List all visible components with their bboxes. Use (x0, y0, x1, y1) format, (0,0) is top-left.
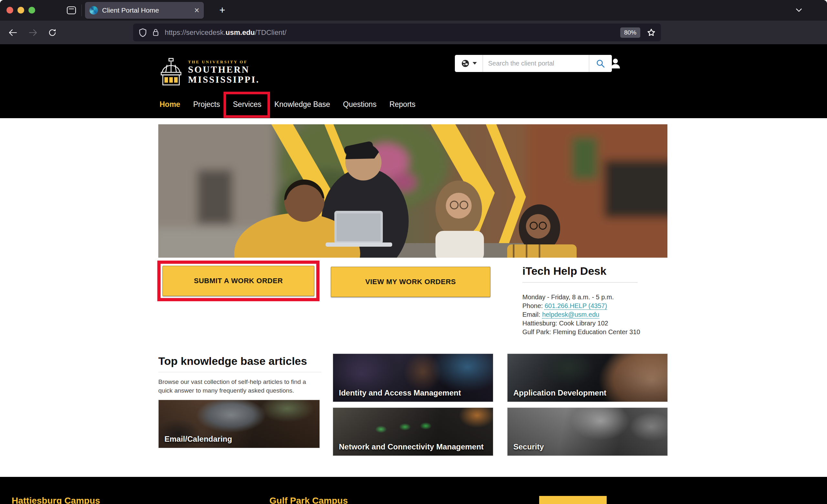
traffic-lights (6, 7, 35, 13)
help-desk-divider (522, 282, 638, 283)
kb-card-label: Application Development (513, 389, 606, 397)
search-icon (596, 59, 605, 68)
window-zoom-button[interactable] (29, 7, 35, 13)
nav-item-questions[interactable]: Questions (342, 99, 377, 110)
submit-work-order-button[interactable]: SUBMIT A WORK ORDER (162, 266, 314, 296)
nav-item-knowledge-base[interactable]: Knowledge Base (274, 99, 331, 110)
footer-gulf-park-campus: Gulf Park Campus (270, 496, 348, 504)
location-gulf-park: Gulf Park: Fleming Education Center 310 (522, 328, 651, 337)
globe-icon (461, 59, 470, 68)
tab-close-icon[interactable]: × (194, 6, 199, 15)
kb-card-label: Email/Calendaring (164, 435, 232, 444)
knowledge-base-section: Top knowledge base articles Browse our v… (158, 355, 322, 395)
kb-card-security[interactable]: Security (507, 407, 668, 456)
tracking-shield-icon[interactable] (136, 26, 149, 39)
email-label: Email: (522, 311, 542, 318)
kb-blurb: Browse our vast collection of self-help … (158, 377, 322, 395)
nav-item-projects[interactable]: Projects (193, 99, 221, 110)
kb-card-label: Security (513, 442, 544, 451)
help-desk-panel: iTech Help Desk Monday - Friday, 8 a.m. … (522, 265, 651, 337)
url-domain: usm.edu (226, 29, 254, 37)
nav-item-home[interactable]: Home (159, 99, 181, 110)
browser-window: Client Portal Home × + https://servicede… (0, 0, 827, 504)
annotation-box-submit: SUBMIT A WORK ORDER (157, 260, 320, 301)
nav-item-services[interactable]: Services (232, 99, 262, 110)
search-button[interactable] (589, 55, 612, 72)
url-bar[interactable]: https://servicedesk.usm.edu/TDClient/ 80… (133, 23, 661, 41)
back-button[interactable] (6, 26, 20, 40)
kb-card-network-connectivity[interactable]: Network and Connectivity Management (333, 407, 493, 456)
url-text: https://servicedesk.usm.edu/TDClient/ (165, 29, 620, 37)
location-hattiesburg: Hattiesburg: Cook Library 102 (522, 319, 651, 328)
usm-dome-icon (159, 58, 184, 86)
search-input[interactable] (483, 55, 589, 72)
list-all-tabs-chevron-icon[interactable] (793, 5, 805, 15)
portal-main-nav: Home Projects Services Knowledge Base Qu… (159, 97, 416, 112)
tab-title: Client Portal Home (102, 6, 192, 14)
window-close-button[interactable] (6, 7, 13, 13)
url-scheme-host: https://servicedesk. (165, 29, 226, 37)
window-minimize-button[interactable] (17, 7, 24, 13)
tab-strip: Client Portal Home × + (0, 0, 827, 21)
logo-line-2: SOUTHERN (188, 64, 260, 74)
hero-image (158, 124, 668, 258)
user-account-button[interactable] (609, 57, 622, 69)
portal-page: THE UNIVERSITY OF SOUTHERN MISSISSIPPI. (0, 44, 827, 504)
tabstrip-divider (82, 4, 82, 16)
phone-link[interactable]: 601.266.HELP (4357) (545, 302, 607, 309)
kb-divider (158, 372, 322, 372)
logo-line-3: MISSISSIPPI. (188, 74, 260, 85)
person-icon (609, 57, 622, 69)
url-path: /TDClient/ (255, 29, 287, 37)
footer-hattiesburg-campus: Hattiesburg Campus (12, 496, 100, 504)
kb-card-label: Identity and Access Management (339, 389, 461, 397)
kb-card-email-calendaring[interactable]: Email/Calendaring (158, 400, 320, 448)
view-work-orders-button[interactable]: VIEW MY WORK ORDERS (331, 267, 490, 297)
portal-footer (0, 477, 827, 504)
nav-item-services-label: Services (233, 100, 261, 108)
reload-button[interactable] (45, 26, 59, 40)
tab-client-portal-home[interactable]: Client Portal Home × (85, 2, 204, 19)
logo-line-1: THE UNIVERSITY OF (188, 59, 260, 64)
help-desk-hours: Monday - Friday, 8 a.m. - 5 p.m. (522, 293, 651, 302)
usm-logo-text: THE UNIVERSITY OF SOUTHERN MISSISSIPPI. (188, 59, 260, 85)
usm-logo[interactable]: THE UNIVERSITY OF SOUTHERN MISSISSIPPI. (159, 58, 260, 86)
help-desk-title: iTech Help Desk (522, 265, 651, 278)
forward-button[interactable] (26, 26, 40, 40)
kb-card-application-development[interactable]: Application Development (507, 354, 668, 402)
zoom-level-badge[interactable]: 80% (620, 28, 640, 38)
portal-search-group (455, 55, 612, 72)
kb-title: Top knowledge base articles (158, 355, 322, 367)
kb-card-label: Network and Connectivity Management (339, 442, 484, 451)
browser-toolbar: https://servicedesk.usm.edu/TDClient/ 80… (0, 21, 827, 44)
email-link[interactable]: helpdesk@usm.edu (542, 311, 599, 318)
firefox-view-icon[interactable] (65, 5, 77, 16)
chevron-down-icon (473, 62, 477, 65)
bookmark-star-icon[interactable] (645, 26, 658, 39)
new-tab-button[interactable]: + (216, 4, 229, 17)
footer-gold-button[interactable] (539, 496, 607, 504)
lock-icon[interactable] (149, 26, 162, 39)
nav-item-reports[interactable]: Reports (389, 99, 416, 110)
phone-label: Phone: (522, 302, 545, 309)
kb-card-identity-access-management[interactable]: Identity and Access Management (333, 354, 493, 402)
teamdynamix-favicon (90, 6, 98, 14)
search-scope-dropdown[interactable] (455, 55, 483, 72)
